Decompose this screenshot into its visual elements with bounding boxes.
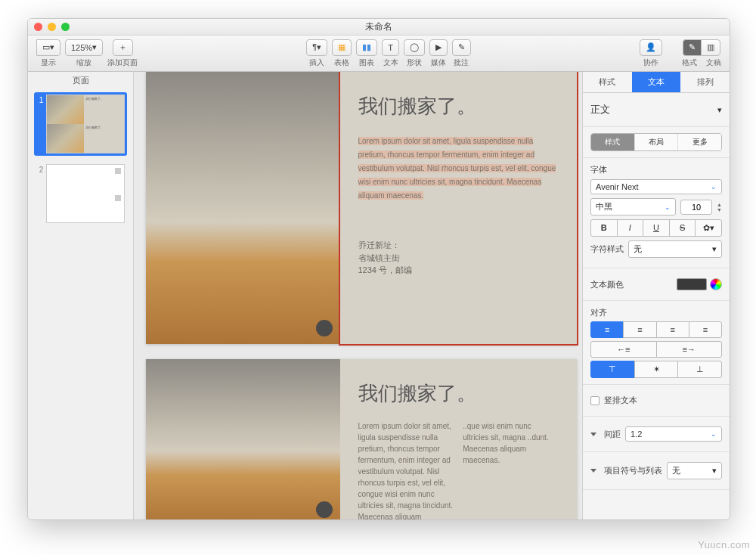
page-thumb-2[interactable]: 2 ......: [34, 162, 127, 225]
text-subtabs: 样式 布局 更多: [590, 133, 722, 151]
align-left-button[interactable]: ≡: [590, 321, 624, 338]
page-textbox-2[interactable]: 我们搬家了。 Lorem ipsum dolor sit amet, ligul…: [340, 359, 578, 519]
paragraph-style[interactable]: 正文: [590, 103, 610, 116]
font-weight-select[interactable]: 中黑⌄: [590, 198, 676, 215]
align-center-button[interactable]: ≡: [623, 321, 656, 338]
doc-body[interactable]: Lorem ipsum dolor sit amet, ligula suspe…: [358, 137, 556, 200]
toolbar: ▭▾ 显示 125% ▾ 缩放 ＋ 添加页面 ¶▾ 插入 ▦表格 ▮▮图表 T文…: [28, 36, 730, 72]
stepper-down-icon[interactable]: ▼: [717, 207, 722, 212]
disclosure-icon[interactable]: [590, 433, 596, 436]
char-style-label: 字符样式: [590, 243, 624, 255]
table-button[interactable]: ▦: [332, 39, 352, 56]
align-justify-button[interactable]: ≡: [689, 321, 722, 338]
media-button[interactable]: ▶: [429, 39, 448, 56]
tab-style[interactable]: 样式: [583, 72, 632, 92]
page-image[interactable]: [146, 72, 340, 344]
text-button[interactable]: T: [382, 39, 399, 56]
watermark: Yuucn.com: [698, 539, 750, 550]
align-right-button[interactable]: ≡: [656, 321, 689, 338]
doc-address[interactable]: 乔迁新址： 省城镇主街 1234 号，邮编: [358, 239, 559, 277]
collab-button[interactable]: 👤: [640, 39, 662, 56]
h-align-row: ≡ ≡ ≡ ≡: [590, 321, 722, 338]
bullets-select[interactable]: 无▾: [667, 462, 722, 479]
text-color-label: 文本颜色: [590, 279, 624, 290]
vertical-text-checkbox[interactable]: [590, 396, 600, 405]
page-thumb-1[interactable]: 1 我们搬家了。我们搬家了。: [34, 92, 127, 156]
color-wheel-icon[interactable]: [710, 278, 722, 290]
pages-panel: 页面 1 我们搬家了。我们搬家了。 2 ......: [28, 72, 134, 519]
outdent-button[interactable]: ←≡: [590, 341, 657, 358]
font-label: 字体: [590, 164, 722, 175]
view-label: 显示: [41, 57, 56, 68]
indent-button[interactable]: ≡→: [656, 341, 723, 358]
format-button[interactable]: ✎: [683, 39, 702, 56]
add-page-button[interactable]: ＋: [113, 39, 133, 56]
bullets-label: 项目符号与列表: [604, 465, 662, 476]
page-image-2[interactable]: [146, 359, 340, 519]
spacing-label: 间距: [604, 429, 621, 440]
main-area: 页面 1 我们搬家了。我们搬家了。 2 ...... 我们搬家了。 Lorem …: [28, 72, 730, 519]
maximize-icon[interactable]: [61, 23, 70, 31]
comment-button[interactable]: ✎: [452, 39, 471, 56]
char-style-select[interactable]: 无▾: [628, 240, 722, 258]
inspector-panel: 样式 文本 排列 正文 ▾ 样式 布局 更多 字体 Avenir Next: [582, 72, 730, 519]
text-color-swatch[interactable]: [677, 278, 707, 290]
font-style-row: B I U S ✿▾: [590, 219, 722, 237]
bold-button[interactable]: B: [590, 219, 618, 237]
traffic-lights: [34, 23, 70, 31]
chart-button[interactable]: ▮▮: [356, 39, 377, 56]
disclosure-icon[interactable]: [590, 469, 596, 473]
valign-bot-button[interactable]: ⊥: [677, 361, 722, 378]
page-1-row2: 我们搬家了。 Lorem ipsum dolor sit amet, ligul…: [146, 359, 577, 519]
minimize-icon[interactable]: [48, 23, 56, 31]
view-button[interactable]: ▭▾: [36, 39, 60, 56]
subtab-layout[interactable]: 布局: [634, 134, 678, 150]
stepper-up-icon[interactable]: ▲: [717, 202, 722, 207]
insert-button[interactable]: ¶▾: [306, 39, 327, 56]
zoom-select[interactable]: 125% ▾: [65, 39, 103, 56]
zoom-label: 缩放: [76, 57, 91, 68]
vertical-text-label: 竖排文本: [604, 395, 637, 406]
font-family-select[interactable]: Avenir Next⌄: [590, 179, 722, 194]
page-1: 我们搬家了。 Lorem ipsum dolor sit amet, ligul…: [146, 72, 577, 344]
document-button[interactable]: ▥: [701, 39, 720, 56]
italic-button[interactable]: I: [617, 219, 644, 237]
indent-row: ←≡ ≡→: [590, 341, 722, 358]
shape-button[interactable]: ◯: [404, 39, 425, 56]
tab-text[interactable]: 文本: [632, 72, 681, 92]
v-align-row: ⊤ ✶ ⊥: [590, 361, 722, 378]
subtab-more[interactable]: 更多: [677, 134, 721, 150]
strike-button[interactable]: S: [669, 219, 696, 237]
spacing-select[interactable]: 1.2⌄: [625, 426, 722, 442]
underline-button[interactable]: U: [643, 219, 670, 237]
valign-top-button[interactable]: ⊤: [590, 361, 635, 378]
app-window: 未命名 ▭▾ 显示 125% ▾ 缩放 ＋ 添加页面 ¶▾ 插入 ▦表格 ▮▮图…: [27, 18, 730, 520]
close-icon[interactable]: [34, 23, 42, 31]
valign-mid-button[interactable]: ✶: [634, 361, 679, 378]
window-title: 未命名: [365, 20, 392, 33]
tab-arrange[interactable]: 排列: [680, 72, 730, 92]
doc-title[interactable]: 我们搬家了。: [358, 93, 559, 119]
font-size-field[interactable]: [680, 200, 712, 215]
align-label: 对齐: [590, 307, 722, 318]
document-canvas[interactable]: 我们搬家了。 Lorem ipsum dolor sit amet, ligul…: [134, 72, 582, 519]
chevron-down-icon[interactable]: ▾: [717, 105, 722, 115]
titlebar: 未命名: [28, 19, 730, 36]
subtab-style[interactable]: 样式: [591, 134, 634, 150]
pages-header: 页面: [28, 72, 133, 89]
inspector-tabs: 样式 文本 排列: [583, 72, 730, 93]
addpage-label: 添加页面: [107, 57, 138, 68]
advanced-button[interactable]: ✿▾: [695, 219, 722, 237]
page-textbox[interactable]: 我们搬家了。 Lorem ipsum dolor sit amet, ligul…: [340, 72, 578, 344]
